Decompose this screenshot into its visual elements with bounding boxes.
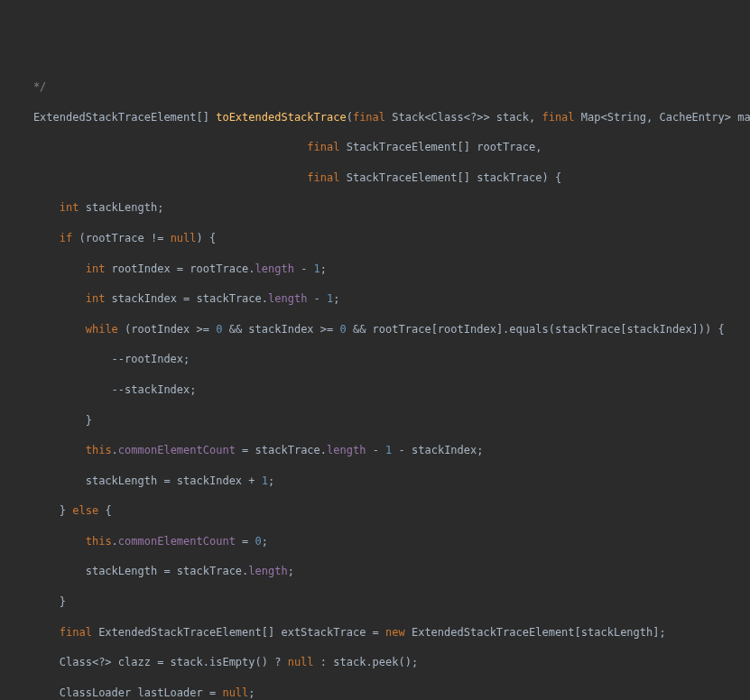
code-line: ExtendedStackTraceElement[] toExtendedSt… bbox=[7, 110, 750, 125]
code-line: */ bbox=[7, 79, 750, 95]
code-line: this.commonElementCount = 0; bbox=[7, 534, 750, 549]
code-line: } bbox=[7, 413, 750, 428]
code-editor[interactable]: */ ExtendedStackTraceElement[] toExtende… bbox=[7, 64, 750, 700]
code-line: } bbox=[7, 594, 750, 610]
code-line: final ExtendedStackTraceElement[] extSta… bbox=[7, 625, 750, 640]
code-line: stackLength = stackIndex + 1; bbox=[7, 474, 750, 489]
code-line: final StackTraceElement[] rootTrace, bbox=[7, 140, 750, 155]
code-line: int stackIndex = stackTrace.length - 1; bbox=[7, 291, 750, 307]
code-line: int rootIndex = rootTrace.length - 1; bbox=[7, 262, 750, 277]
code-line: while (rootIndex >= 0 && stackIndex >= 0… bbox=[7, 322, 750, 337]
code-line: --rootIndex; bbox=[7, 352, 750, 367]
code-line: this.commonElementCount = stackTrace.len… bbox=[7, 443, 750, 458]
code-line: stackLength = stackTrace.length; bbox=[7, 564, 750, 579]
code-line: if (rootTrace != null) { bbox=[7, 231, 750, 246]
code-line: int stackLength; bbox=[7, 200, 750, 216]
code-line: final StackTraceElement[] stackTrace) { bbox=[7, 170, 750, 186]
code-line: } else { bbox=[7, 503, 750, 519]
code-line: Class<?> clazz = stack.isEmpty() ? null … bbox=[7, 655, 750, 670]
code-line: ClassLoader lastLoader = null; bbox=[7, 686, 750, 700]
code-line: --stackIndex; bbox=[7, 382, 750, 398]
